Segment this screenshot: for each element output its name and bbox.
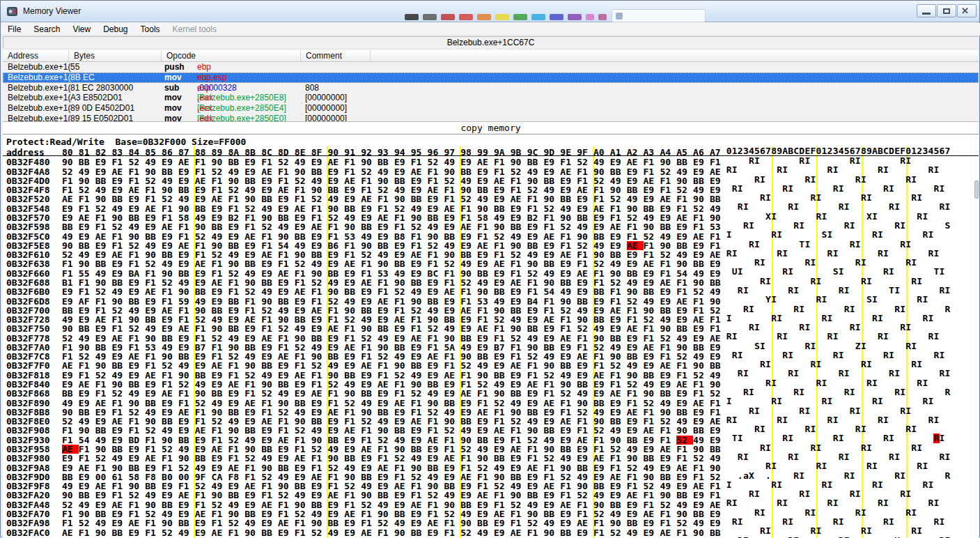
ascii-cell[interactable] [804, 202, 810, 211]
ascii-cell[interactable] [850, 452, 855, 461]
ascii-cell[interactable] [917, 249, 922, 258]
ascii-cell[interactable] [844, 489, 850, 498]
ascii-cell[interactable] [782, 202, 788, 211]
ascii-cell[interactable] [894, 230, 900, 239]
ascii-cell[interactable] [928, 536, 933, 538]
ascii-cell[interactable] [822, 452, 827, 461]
ascii-cell[interactable] [894, 341, 900, 351]
ascii-cell[interactable] [782, 480, 788, 489]
ascii-cell[interactable] [822, 184, 827, 193]
ascii-cell[interactable] [771, 332, 777, 341]
ascii-cell[interactable] [928, 406, 933, 415]
ascii-cell[interactable] [917, 397, 922, 406]
ascii-cell[interactable] [799, 332, 804, 341]
ascii-cell[interactable] [866, 387, 872, 397]
ascii-cell[interactable] [844, 156, 850, 165]
ascii-cell[interactable] [945, 360, 951, 369]
ascii-cell[interactable] [917, 202, 922, 211]
ascii-cell[interactable] [905, 314, 911, 323]
ascii-cell[interactable] [889, 156, 894, 165]
ascii-cell[interactable]: R [760, 277, 765, 286]
ascii-cell[interactable] [799, 341, 804, 351]
ascii-cell[interactable]: I [866, 360, 872, 369]
ascii-cell[interactable] [793, 489, 799, 498]
ascii-cell[interactable] [771, 351, 777, 360]
ascii-cell[interactable] [743, 341, 749, 351]
ascii-cell[interactable] [738, 249, 743, 258]
ascii-cell[interactable]: I [928, 314, 933, 323]
ascii-cell[interactable] [749, 202, 754, 211]
ascii-cell[interactable] [940, 212, 945, 221]
ascii-cell[interactable] [894, 526, 900, 535]
ascii-cell[interactable]: R [771, 480, 777, 489]
ascii-cell[interactable] [861, 369, 866, 378]
ascii-cell[interactable] [777, 489, 782, 498]
ascii-cell[interactable]: R [872, 480, 878, 489]
ascii-cell[interactable] [900, 249, 905, 258]
ascii-cell[interactable] [810, 471, 816, 480]
ascii-cell[interactable] [911, 156, 917, 165]
ascii-cell[interactable] [889, 415, 894, 424]
ascii-cell[interactable] [760, 369, 765, 378]
ascii-cell[interactable] [726, 286, 732, 295]
ascii-cell[interactable] [777, 323, 782, 332]
ascii-cell[interactable] [883, 443, 889, 452]
ascii-cell[interactable] [788, 156, 793, 165]
ascii-cell[interactable] [917, 433, 922, 443]
ascii-cell[interactable]: R [933, 433, 939, 443]
ascii-cell[interactable]: I [822, 378, 827, 387]
ascii-cell[interactable]: I [754, 240, 760, 249]
ascii-cell[interactable]: I [889, 351, 894, 360]
ascii-cell[interactable]: X [894, 536, 900, 538]
ascii-cell[interactable] [940, 314, 945, 323]
ascii-cell[interactable] [940, 175, 945, 184]
ascii-cell[interactable] [878, 286, 883, 295]
ascii-cell[interactable] [732, 536, 738, 538]
ascii-cell[interactable] [788, 332, 793, 341]
ascii-cell[interactable] [810, 387, 816, 397]
ascii-cell[interactable] [855, 332, 861, 341]
ascii-cell[interactable] [861, 295, 866, 304]
ascii-cell[interactable]: R [940, 202, 945, 211]
ascii-cell[interactable] [732, 526, 738, 535]
ascii-cell[interactable]: I [928, 480, 933, 489]
ascii-cell[interactable] [911, 267, 917, 276]
ascii-cell[interactable]: R [940, 536, 945, 538]
ascii-cell[interactable] [922, 424, 928, 433]
ascii-cell[interactable] [765, 286, 771, 295]
ascii-cell[interactable] [822, 202, 827, 211]
ascii-cell[interactable]: I [911, 508, 917, 517]
ascii-cell[interactable] [788, 305, 793, 314]
ascii-cell[interactable] [911, 517, 917, 526]
ascii-cell[interactable] [804, 498, 810, 507]
ascii-cell[interactable] [850, 295, 855, 304]
ascii-cell[interactable]: R [933, 517, 939, 526]
ascii-cell[interactable] [922, 175, 928, 184]
ascii-cell[interactable] [883, 387, 889, 397]
ascii-cell[interactable] [911, 240, 917, 249]
ascii-cell[interactable] [743, 323, 749, 332]
ascii-cell[interactable] [738, 360, 743, 369]
disasm-header-address[interactable]: Address [3, 50, 69, 61]
ascii-cell[interactable] [940, 332, 945, 341]
ascii-cell[interactable] [905, 369, 911, 378]
ascii-cell[interactable] [883, 202, 889, 211]
ascii-cell[interactable] [861, 480, 866, 489]
ascii-cell[interactable] [911, 202, 917, 211]
ascii-cell[interactable] [765, 258, 771, 267]
ascii-cell[interactable] [738, 258, 743, 267]
ascii-cell[interactable]: R [738, 536, 743, 538]
ascii-cell[interactable] [822, 471, 827, 480]
ascii-cell[interactable] [793, 249, 799, 258]
ascii-cell[interactable] [749, 212, 754, 221]
ascii-cell[interactable] [726, 369, 732, 378]
ascii-cell[interactable]: I [928, 230, 933, 239]
ascii-cell[interactable] [844, 323, 850, 332]
ascii-cell[interactable]: I [726, 314, 732, 323]
ascii-cell[interactable] [771, 536, 777, 538]
ascii-cell[interactable] [799, 258, 804, 267]
ascii-cell[interactable] [765, 536, 771, 538]
ascii-cell[interactable] [872, 452, 878, 461]
ascii-cell[interactable] [928, 175, 933, 184]
ascii-cell[interactable] [928, 240, 933, 249]
